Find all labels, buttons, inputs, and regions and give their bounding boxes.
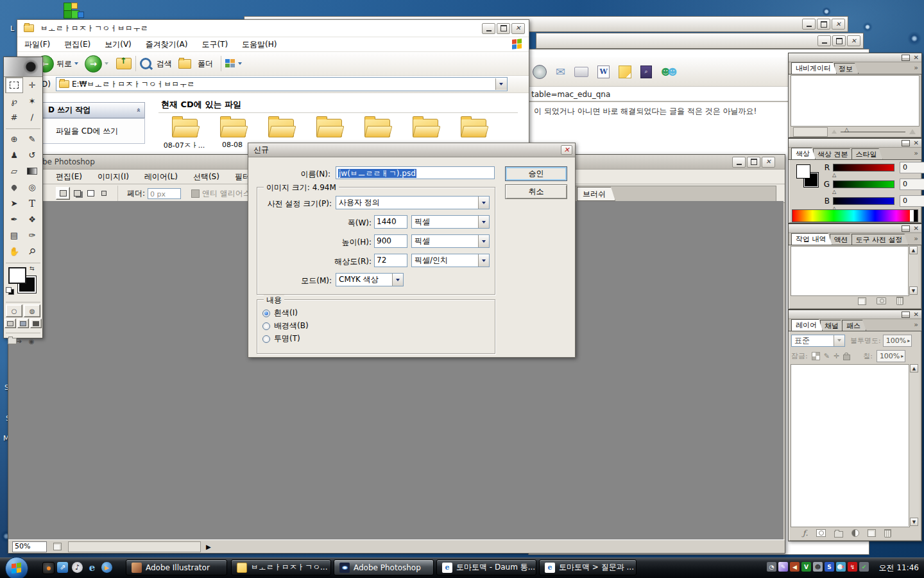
close-icon[interactable]: ✕ — [847, 35, 860, 46]
zoom-out-icon[interactable] — [832, 130, 837, 134]
feather-input[interactable]: 0 px — [148, 188, 181, 199]
tray-update-icon[interactable]: ✔ — [859, 562, 869, 572]
history-list[interactable] — [791, 246, 909, 296]
palette-titlebar[interactable]: ✕ — [789, 53, 921, 62]
desktop-icon-label[interactable]: L — [10, 24, 14, 33]
blue-value-input[interactable]: 0 — [900, 195, 924, 207]
views-dropdown-icon[interactable] — [238, 62, 242, 65]
pen-tool[interactable]: ✒ — [5, 211, 23, 227]
close-icon[interactable]: ✕ — [914, 140, 919, 146]
swap-colors-icon[interactable]: ⇆ — [30, 265, 35, 272]
contents-background-option[interactable]: 배경색(B) — [262, 320, 309, 331]
quicklaunch-music-icon[interactable]: ♪ — [72, 562, 83, 573]
scroll-down-icon[interactable]: ▼ — [909, 286, 918, 295]
menu-help[interactable]: 도움말(H) — [235, 39, 284, 50]
jump-to-imageready-button[interactable]: ➔ — [7, 335, 22, 347]
explorer-titlebar[interactable]: ㅂㅗㄹㅏㅁㅈㅏㄱㅇㅓㅂㅁㅜㄹ ✕ — [17, 20, 529, 37]
print-icon[interactable] — [574, 67, 588, 77]
slice-tool[interactable]: ∕ — [23, 109, 41, 125]
width-unit-select[interactable]: 픽셀 — [411, 215, 490, 229]
quicklaunch-wmp-icon[interactable]: ▶ — [101, 562, 112, 573]
standard-mode-button[interactable]: ○ — [6, 304, 22, 317]
imageready-icon[interactable]: ◉ — [24, 335, 39, 347]
green-slider[interactable] — [833, 180, 894, 188]
custom-shape-tool[interactable]: ❖ — [23, 211, 41, 227]
quicklaunch-ie-icon[interactable]: e — [87, 562, 98, 573]
quick-mask-mode-button[interactable]: ◍ — [24, 304, 40, 317]
radio-checked-icon[interactable] — [262, 310, 270, 317]
menu-view[interactable]: 보기(V) — [98, 39, 139, 50]
notes-tool[interactable]: ▤ — [5, 227, 23, 243]
forward-icon[interactable]: → — [85, 55, 102, 73]
maximize-button[interactable] — [497, 23, 510, 34]
quicklaunch-media-icon[interactable] — [42, 562, 55, 574]
adjustment-layer-icon[interactable] — [851, 529, 859, 537]
tab-styles[interactable]: 스타일 — [851, 148, 883, 159]
color-spectrum-bar[interactable] — [792, 209, 918, 222]
contents-white-option[interactable]: 흰색(I) — [262, 308, 298, 319]
history-icon[interactable] — [533, 65, 547, 79]
back-dropdown-icon[interactable] — [74, 62, 78, 65]
taskbar-button-folder[interactable]: ㅂㅗㄹㅏㅁㅈㅏㄱㅇ... — [231, 559, 331, 575]
dropdown-arrow-icon[interactable] — [478, 197, 489, 209]
views-icon[interactable] — [225, 59, 235, 68]
resolution-input[interactable]: 72 — [374, 254, 407, 267]
selection-new-button[interactable] — [56, 187, 70, 200]
folders-button-label[interactable]: 폴더 — [198, 58, 213, 69]
menu-select[interactable]: 선택(S) — [185, 171, 227, 182]
healing-brush-tool[interactable]: ⊕ — [5, 131, 23, 147]
palette-titlebar[interactable]: ✕ — [789, 139, 921, 148]
clone-stamp-tool[interactable]: ♟ — [5, 147, 23, 163]
minimize-button[interactable] — [732, 157, 746, 168]
foreground-color-swatch[interactable] — [796, 164, 810, 179]
search-button-label[interactable]: 검색 — [157, 58, 172, 69]
new-snapshot-icon[interactable] — [877, 297, 886, 304]
green-value-input[interactable]: 0 — [900, 179, 924, 190]
radio-icon[interactable] — [262, 335, 270, 343]
status-menu-arrow-icon[interactable]: ▶ — [206, 543, 211, 550]
minimize-icon[interactable] — [902, 311, 910, 318]
tab-actions[interactable]: 액션 — [830, 234, 854, 245]
dropdown-arrow-icon[interactable] — [478, 235, 489, 247]
crop-tool[interactable]: # — [5, 109, 23, 125]
photoshop-logo-banner[interactable] — [4, 57, 42, 77]
close-icon[interactable]: ✕ — [762, 157, 775, 168]
radio-icon[interactable] — [262, 322, 270, 330]
marquee-tool[interactable] — [5, 77, 23, 93]
browser-window-titlebar[interactable]: ✕ — [536, 33, 864, 49]
tab-color[interactable]: 색상 — [791, 148, 816, 159]
tab-info[interactable]: 정보 — [834, 63, 859, 74]
cd-folder[interactable] — [268, 119, 294, 137]
cd-folder[interactable] — [316, 119, 342, 137]
minimize-button[interactable] — [817, 35, 831, 46]
lock-position-icon[interactable]: ✛ — [834, 352, 839, 360]
dropdown-arrow-icon[interactable] — [834, 335, 844, 346]
search-icon[interactable] — [140, 58, 151, 69]
taskbar-button-qna[interactable]: e 토마토맥 > 질문과 ... — [539, 559, 637, 575]
contents-transparent-option[interactable]: 투명(T) — [262, 333, 300, 344]
brushes-tab[interactable]: 브러쉬 — [577, 187, 615, 201]
menu-tools[interactable]: 도구(T) — [194, 39, 235, 50]
new-document-from-state-icon[interactable] — [858, 297, 866, 305]
tray-v3-antivirus-icon[interactable]: V — [801, 562, 811, 572]
fullscreen-menubar-button[interactable] — [17, 319, 29, 328]
maximize-button[interactable] — [832, 35, 846, 46]
cd-folder[interactable] — [461, 119, 486, 137]
tetris-app-icon[interactable] — [62, 1, 84, 21]
palette-titlebar[interactable]: ✕ — [789, 310, 921, 319]
layers-list[interactable] — [791, 364, 910, 527]
cd-folder[interactable] — [413, 119, 438, 137]
maximize-button[interactable] — [817, 19, 830, 30]
tab-tool-presets[interactable]: 도구 사전 설정 — [851, 234, 909, 245]
menu-edit[interactable]: 편집(E) — [57, 39, 98, 50]
move-tool[interactable]: ✛ — [23, 77, 41, 93]
tray-speaker-icon[interactable]: ◀ — [790, 562, 800, 572]
red-value-input[interactable]: 0 — [900, 162, 924, 173]
cd-folder[interactable] — [172, 119, 198, 137]
mode-select[interactable]: CMYK 색상 — [336, 273, 404, 286]
dialog-titlebar[interactable]: 신규 ✕ — [248, 143, 575, 157]
mail-icon[interactable]: ✉ — [556, 65, 565, 78]
forward-dropdown-icon[interactable] — [105, 62, 108, 65]
standard-screen-button[interactable] — [4, 319, 16, 328]
messenger-icon[interactable]: ☻☻ — [661, 67, 677, 77]
